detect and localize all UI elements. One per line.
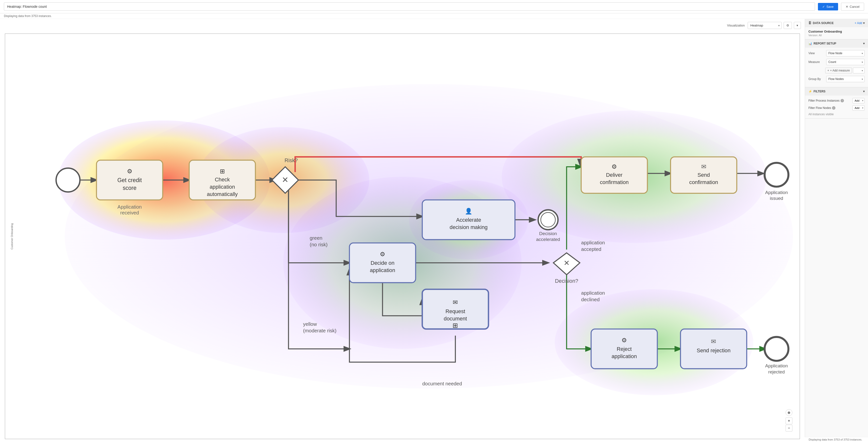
risk-label: Risk? (284, 157, 298, 163)
svg-text:Accelerate: Accelerate (456, 217, 481, 223)
right-panel: 🗄 DATA SOURCE + Add ▾ Customer Onboardin… (805, 19, 868, 442)
report-setup-section: 📊 REPORT SETUP ▾ View Flow Node Flow Nod… (805, 39, 868, 87)
svg-text:document: document (444, 316, 467, 322)
cancel-button[interactable]: ✕ Cancel (841, 3, 864, 11)
datasource-version: Version: All (808, 34, 865, 37)
svg-text:Send rejection: Send rejection (696, 347, 731, 353)
app-accepted1: application (581, 240, 605, 245)
zoom-out-button[interactable]: − (785, 425, 793, 432)
svg-text:decision making: decision making (450, 224, 488, 230)
datasource-collapse-icon: ▾ (863, 22, 865, 25)
datasource-add-button[interactable]: + Add (855, 22, 862, 25)
filter-process-add[interactable]: Add (852, 98, 865, 103)
check-icon: ✓ (822, 5, 825, 8)
svg-text:✕: ✕ (564, 259, 570, 267)
filter-process-label: Filter Process Instances i (808, 99, 844, 102)
setup-collapse-icon: ▾ (863, 42, 865, 45)
filters-title: FILTERS (813, 90, 826, 93)
app-declined1: application (581, 290, 605, 296)
end-rejected (765, 337, 788, 361)
diagram-container: Customer Onboarding (5, 34, 800, 439)
main-layout: Visualization Heatmap Table Bar Chart ⚙ … (0, 19, 868, 442)
measure-select-wrap: Count Duration (826, 59, 865, 65)
filter-flownodes-info[interactable]: i (832, 106, 835, 109)
filters-header[interactable]: ⚡ FILTERS ▾ (805, 87, 868, 96)
measure-select[interactable]: Count Duration (826, 59, 865, 65)
green-label2: (no risk) (310, 242, 328, 247)
datasource-title: DATA SOURCE (813, 22, 834, 25)
groupby-row: Group By Flow Nodes None (808, 76, 865, 82)
compass-button[interactable]: ⊕ (785, 409, 793, 416)
app-declined2: declined (581, 297, 599, 302)
zoom-in-button[interactable]: + (785, 417, 793, 424)
bpmn-diagram-svg: ⚙ Get credit score Application received … (5, 34, 800, 439)
report-setup-header[interactable]: 📊 REPORT SETUP ▾ (805, 39, 868, 48)
filter-flownodes-row: Filter Flow Nodes i Add (808, 105, 865, 110)
svg-text:Request: Request (445, 308, 465, 314)
filters-section: ⚡ FILTERS ▾ Filter Process Instances i A… (805, 87, 868, 119)
datasource-name: Customer Onboarding (808, 30, 865, 33)
groupby-select-wrap: Flow Nodes None (826, 76, 865, 82)
svg-text:👤: 👤 (465, 208, 472, 215)
x-icon: ✕ (846, 5, 848, 8)
node-get-credit-label2: score (123, 185, 137, 191)
setup-icon: 📊 (808, 42, 812, 45)
svg-text:application: application (612, 353, 637, 359)
svg-text:⊞: ⊞ (453, 322, 458, 329)
svg-text:Reject: Reject (617, 346, 632, 352)
all-instances-text: All instances visible (808, 113, 865, 116)
node-get-credit-label1: Get credit (118, 177, 142, 183)
svg-text:confirmation: confirmation (689, 179, 718, 185)
app-accepted2: accepted (581, 247, 601, 252)
add-measure-row: + + Add measure (808, 68, 865, 73)
visualization-select[interactable]: Heatmap Table Bar Chart (748, 22, 782, 29)
end-rejected-label2: rejected (768, 369, 785, 374)
filter-icon: ⚡ (808, 90, 812, 93)
visualization-select-wrap: Heatmap Table Bar Chart (748, 22, 782, 29)
datasource-body: Customer Onboarding Version: All (805, 27, 868, 39)
viz-settings-button[interactable]: ⚙ (784, 22, 792, 29)
view-select[interactable]: Flow Node Flow Node Duration (826, 50, 865, 56)
end-issued-label2: issued (770, 196, 783, 201)
svg-text:✉: ✉ (701, 163, 706, 170)
zoom-controls: ⊕ + − (785, 409, 793, 432)
end-issued (765, 163, 788, 187)
save-button[interactable]: ✓ Save (818, 3, 838, 10)
instance-count-text: Displaying data from 3753 instances. (4, 14, 52, 18)
decision-label: Decision? (555, 278, 579, 284)
node-get-credit-sublabel: Application (118, 204, 142, 210)
svg-text:⚙: ⚙ (380, 251, 385, 257)
svg-text:application: application (210, 184, 235, 190)
report-setup-body: View Flow Node Flow Node Duration Measur… (805, 48, 868, 87)
add-measure-expand[interactable] (853, 68, 865, 73)
doc-needed-label: document needed (422, 381, 462, 386)
filter-process-row: Filter Process Instances i Add (808, 98, 865, 103)
viz-controls: Visualization Heatmap Table Bar Chart ⚙ … (727, 22, 801, 29)
dec-acc-label1: Decision (539, 231, 557, 236)
data-source-header[interactable]: 🗄 DATA SOURCE + Add ▾ (805, 19, 868, 27)
yellow-label2: (moderate risk) (303, 328, 337, 333)
groupby-label: Group By (808, 77, 824, 81)
svg-text:⚙: ⚙ (621, 337, 627, 344)
top-bar: ✓ Save ✕ Cancel (0, 0, 868, 13)
canvas-area: Visualization Heatmap Table Bar Chart ⚙ … (0, 19, 805, 442)
dec-accelerated-inner (541, 213, 555, 227)
filter-flownodes-add[interactable]: Add (852, 105, 865, 110)
groupby-select[interactable]: Flow Nodes None (826, 76, 865, 82)
add-measure-button[interactable]: + + Add measure (825, 68, 852, 73)
report-title-input[interactable] (4, 2, 815, 11)
bottom-status: Displaying data from 3753 of 3753 instan… (805, 437, 868, 442)
measure-row: Measure Count Duration (808, 59, 865, 65)
svg-text:⊞: ⊞ (220, 168, 225, 175)
svg-text:✉: ✉ (453, 299, 458, 306)
filter-process-info[interactable]: i (840, 99, 844, 102)
node-get-credit-sublabel2: received (120, 210, 139, 215)
svg-text:confirmation: confirmation (600, 179, 629, 185)
view-row: View Flow Node Flow Node Duration (808, 50, 865, 56)
plus-icon: + (827, 69, 829, 72)
green-label1: green (310, 235, 322, 241)
svg-text:⚙: ⚙ (612, 163, 617, 170)
viz-expand-button[interactable]: ▾ (794, 22, 801, 29)
filter-flownodes-label: Filter Flow Nodes i (808, 106, 835, 109)
view-select-wrap: Flow Node Flow Node Duration (826, 50, 865, 56)
